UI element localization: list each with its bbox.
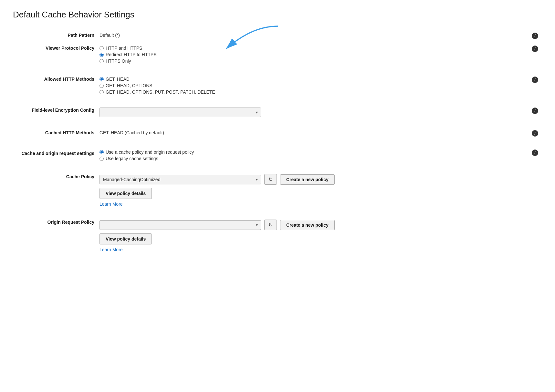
cache-policy-refresh-button[interactable]: ↻	[264, 174, 277, 185]
path-pattern-info-icon[interactable]: i	[532, 33, 538, 39]
field-encryption-info-icon[interactable]: i	[532, 108, 538, 114]
cache-origin-options: Use a cache policy and origin request po…	[99, 150, 527, 161]
origin-policy-view-details-button[interactable]: View policy details	[99, 233, 152, 244]
origin-policy-row: ▾ ↻ Create a new policy	[99, 220, 539, 230]
allowed-http-methods-label: Allowed HTTP Methods	[44, 77, 94, 82]
viewer-protocol-https-only[interactable]: HTTPS Only	[99, 58, 527, 64]
viewer-protocol-redirect-https[interactable]: Redirect HTTP to HTTPS	[99, 52, 527, 57]
field-encryption-label: Field-level Encryption Config	[32, 108, 94, 113]
origin-policy-create-button[interactable]: Create a new policy	[280, 220, 335, 230]
origin-policy-select[interactable]	[99, 220, 261, 230]
cache-policy-create-button[interactable]: Create a new policy	[280, 174, 335, 185]
allowed-methods-info-icon[interactable]: i	[532, 77, 538, 83]
page-title: Default Cache Behavior Settings	[13, 10, 542, 20]
cache-policy-label: Cache Policy	[66, 174, 94, 179]
use-cache-policy[interactable]: Use a cache policy and origin request po…	[99, 150, 527, 155]
allowed-get-head-all[interactable]: GET, HEAD, OPTIONS, PUT, POST, PATCH, DE…	[99, 89, 527, 95]
allowed-get-head-options[interactable]: GET, HEAD, OPTIONS	[99, 83, 527, 88]
allowed-http-methods-options: GET, HEAD GET, HEAD, OPTIONS GET, HEAD, …	[99, 77, 527, 95]
cache-policy-select-wrapper: Managed-CachingOptimized Managed-Caching…	[99, 175, 261, 184]
cache-origin-label: Cache and origin request settings	[21, 151, 94, 156]
viewer-protocol-info-icon[interactable]: i	[532, 46, 538, 52]
path-pattern-value: Default (*)	[99, 31, 120, 38]
origin-policy-refresh-button[interactable]: ↻	[264, 220, 277, 230]
viewer-protocol-http-https[interactable]: HTTP and HTTPS	[99, 46, 527, 51]
cached-http-methods-label: Cached HTTP Methods	[45, 130, 94, 135]
cached-http-methods-value: GET, HEAD (Cached by default)	[99, 129, 164, 135]
viewer-protocol-label: Viewer Protocol Policy	[46, 46, 94, 51]
cache-policy-view-details-button[interactable]: View policy details	[99, 188, 152, 199]
allowed-get-head[interactable]: GET, HEAD	[99, 77, 527, 82]
cache-policy-select[interactable]: Managed-CachingOptimized Managed-Caching…	[99, 175, 261, 184]
viewer-protocol-options: HTTP and HTTPS Redirect HTTP to HTTPS HT…	[99, 46, 527, 64]
field-encryption-select-wrapper: ▾	[99, 108, 261, 117]
cache-policy-row: Managed-CachingOptimized Managed-Caching…	[99, 174, 539, 185]
cached-methods-info-icon[interactable]: i	[532, 130, 538, 137]
cache-policy-learn-more-link[interactable]: Learn More	[99, 201, 123, 207]
cache-policy-refresh-icon: ↻	[268, 176, 273, 182]
path-pattern-label: Path Pattern	[68, 33, 94, 38]
origin-policy-select-wrapper: ▾	[99, 220, 261, 230]
field-encryption-select[interactable]	[99, 108, 261, 117]
origin-request-policy-label: Origin Request Policy	[47, 220, 94, 225]
origin-policy-refresh-icon: ↻	[268, 222, 273, 228]
use-legacy-cache[interactable]: Use legacy cache settings	[99, 156, 527, 161]
cache-origin-info-icon[interactable]: i	[532, 150, 538, 156]
origin-policy-learn-more-link[interactable]: Learn More	[99, 247, 123, 252]
